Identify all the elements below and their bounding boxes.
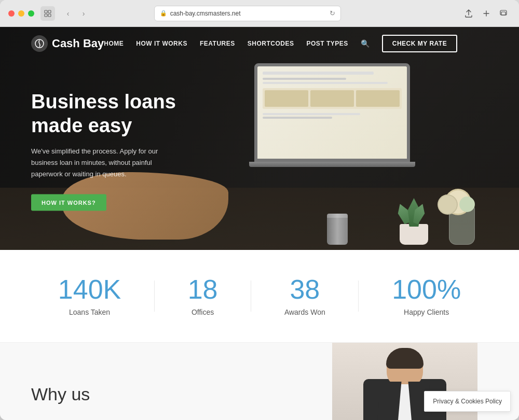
stat-loans-taken: 140K Loans Taken — [58, 276, 121, 316]
browser-navigation: ‹ › — [61, 7, 90, 20]
nav-post-types[interactable]: POST TYPES — [306, 40, 348, 47]
minimize-dot[interactable] — [18, 10, 24, 17]
browser-action-buttons — [462, 7, 511, 20]
hero-cta-button[interactable]: HOW IT WORKS? — [31, 194, 106, 211]
maximize-dot[interactable] — [28, 10, 34, 17]
check-my-rate-button[interactable]: CHECK MY RATE — [382, 35, 457, 52]
cookie-policy-bar[interactable]: Privacy & Cookies Policy — [424, 391, 511, 412]
stat-offices: 18 Offices — [188, 276, 218, 316]
nav-home[interactable]: HOME — [104, 40, 124, 47]
url-text: cash-bay.cmsmasters.net — [170, 10, 241, 17]
browser-titlebar: ‹ › 🔒 cash-bay.cmsmasters.net ↻ — [0, 0, 519, 27]
svg-rect-7 — [501, 12, 506, 15]
stat-awards-number: 38 — [284, 276, 325, 303]
stat-divider-3 — [358, 281, 359, 312]
nav-shortcodes[interactable]: SHORTCODES — [248, 40, 294, 47]
website-content: Cash Bay HOME HOW IT WORKS FEATURES SHOR… — [0, 27, 519, 420]
share-button[interactable] — [462, 7, 475, 20]
logo-text: Cash Bay — [52, 37, 104, 50]
nav-links: HOME HOW IT WORKS FEATURES SHORTCODES PO… — [104, 35, 457, 52]
stat-offices-number: 18 — [188, 276, 218, 303]
svg-rect-2 — [45, 14, 47, 17]
tab-switcher-button[interactable] — [40, 6, 55, 21]
svg-rect-1 — [48, 10, 51, 13]
back-button[interactable]: ‹ — [61, 7, 75, 20]
new-tab-button[interactable] — [480, 7, 493, 20]
hero-section: Cash Bay HOME HOW IT WORKS FEATURES SHOR… — [0, 27, 519, 250]
svg-rect-3 — [48, 14, 51, 17]
address-bar[interactable]: 🔒 cash-bay.cmsmasters.net ↻ — [154, 6, 341, 21]
logo-icon — [31, 35, 48, 52]
tab-overview-button[interactable] — [497, 7, 511, 20]
hero-title: Business loansmade easy — [31, 90, 176, 137]
browser-dots — [8, 10, 34, 17]
stat-divider-2 — [251, 281, 251, 312]
stat-awards: 38 Awards Won — [284, 276, 325, 316]
forward-button[interactable]: › — [77, 7, 90, 20]
stat-clients-label: Happy Clients — [392, 308, 461, 316]
stat-divider-1 — [154, 281, 155, 312]
stat-offices-label: Offices — [188, 308, 218, 316]
hero-description: We've simplified the process. Apply for … — [31, 146, 176, 180]
stat-awards-label: Awards Won — [284, 308, 325, 316]
close-dot[interactable] — [8, 10, 15, 17]
cookie-policy-text: Privacy & Cookies Policy — [433, 398, 502, 405]
nav-how-it-works[interactable]: HOW IT WORKS — [136, 40, 187, 47]
stat-clients-number: 100% — [392, 276, 461, 303]
site-logo[interactable]: Cash Bay — [31, 35, 104, 52]
stats-section: 140K Loans Taken 18 Offices 38 Awards Wo… — [0, 250, 519, 343]
svg-rect-0 — [45, 10, 47, 13]
stat-clients: 100% Happy Clients — [392, 276, 461, 316]
stat-loans-label: Loans Taken — [58, 308, 121, 316]
site-navigation: Cash Bay HOME HOW IT WORKS FEATURES SHOR… — [0, 27, 519, 60]
hero-content: Business loansmade easy We've simplified… — [31, 90, 176, 211]
stat-loans-number: 140K — [58, 276, 121, 303]
browser-window: ‹ › 🔒 cash-bay.cmsmasters.net ↻ — [0, 0, 519, 420]
search-icon[interactable]: 🔍 — [361, 39, 370, 48]
nav-features[interactable]: FEATURES — [200, 40, 235, 47]
reload-icon[interactable]: ↻ — [330, 9, 335, 17]
security-icon: 🔒 — [160, 10, 167, 17]
